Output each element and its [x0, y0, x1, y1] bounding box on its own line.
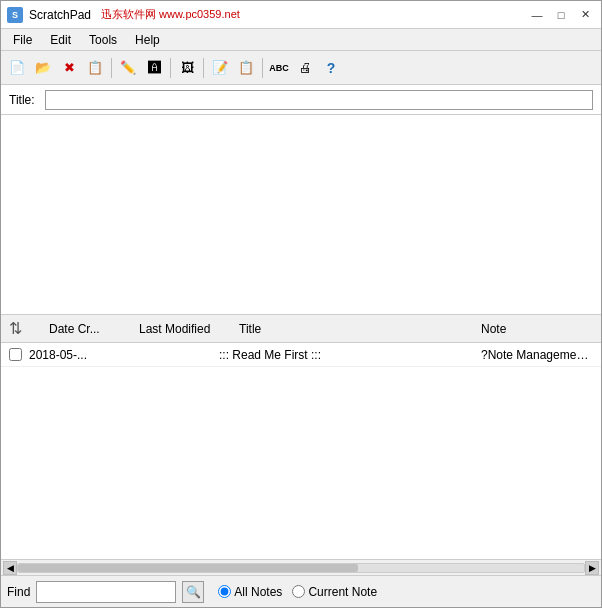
image-btn[interactable]: 🖼 [175, 56, 199, 80]
window-title: ScratchPad [29, 8, 91, 22]
horizontal-scrollbar[interactable] [17, 563, 585, 573]
find-label: Find [7, 585, 30, 599]
title-input[interactable] [45, 90, 593, 110]
menu-bar: File Edit Tools Help [1, 29, 601, 51]
toolbar-sep-3 [203, 58, 204, 78]
notes-list-section: ⇅ Date Cr... Last Modified Title Note 20… [1, 315, 601, 559]
scroll-left-arrow[interactable]: ◀ [3, 561, 17, 575]
title-bar-left: S ScratchPad 迅东软件网 www.pc0359.net [7, 7, 240, 23]
window-controls: — □ ✕ [527, 7, 595, 23]
col-header-date[interactable]: Date Cr... [45, 322, 135, 336]
note-text-area[interactable] [1, 115, 601, 315]
help-btn[interactable]: ? [319, 56, 343, 80]
find-radio-group: All Notes Current Note [218, 585, 377, 599]
row-title: ::: Read Me First ::: [215, 348, 477, 362]
radio-all-notes-label: All Notes [234, 585, 282, 599]
main-window: S ScratchPad 迅东软件网 www.pc0359.net — □ ✕ … [0, 0, 602, 608]
find-input[interactable] [36, 581, 176, 603]
radio-all-notes-input[interactable] [218, 585, 231, 598]
toolbar: 📄 📂 ✖ 📋 ✏️ 🅰 🖼 📝 📋 ABC 🖨 ? [1, 51, 601, 85]
radio-current-note-label: Current Note [308, 585, 377, 599]
delete-btn[interactable]: ✖ [57, 56, 81, 80]
row-checkbox-wrapper [5, 348, 25, 361]
title-field-row: Title: [1, 85, 601, 115]
horizontal-scrollbar-section: ◀ ▶ [1, 559, 601, 575]
format-btn[interactable]: 🅰 [142, 56, 166, 80]
toolbar-sep-1 [111, 58, 112, 78]
radio-current-note-input[interactable] [292, 585, 305, 598]
row-date: 2018-05-... [25, 348, 115, 362]
copy-btn[interactable]: 📝 [208, 56, 232, 80]
open-btn[interactable]: 📂 [31, 56, 55, 80]
toolbar-sep-2 [170, 58, 171, 78]
scrollbar-thumb [18, 564, 358, 572]
col-header-modified[interactable]: Last Modified [135, 322, 235, 336]
toolbar-sep-4 [262, 58, 263, 78]
find-search-button[interactable]: 🔍 [182, 581, 204, 603]
menu-file[interactable]: File [5, 31, 40, 49]
find-bar: Find 🔍 All Notes Current Note [1, 575, 601, 607]
minimize-button[interactable]: — [527, 7, 547, 23]
menu-tools[interactable]: Tools [81, 31, 125, 49]
sort-icon[interactable]: ⇅ [5, 319, 45, 338]
note-textarea[interactable] [1, 115, 601, 314]
list-header: ⇅ Date Cr... Last Modified Title Note [1, 315, 601, 343]
edit-btn[interactable]: ✏️ [116, 56, 140, 80]
print-btn[interactable]: 🖨 [293, 56, 317, 80]
paste2-btn[interactable]: 📋 [234, 56, 258, 80]
row-checkbox[interactable] [9, 348, 22, 361]
col-header-note[interactable]: Note [477, 322, 597, 336]
radio-current-note[interactable]: Current Note [292, 585, 377, 599]
close-button[interactable]: ✕ [575, 7, 595, 23]
title-bar: S ScratchPad 迅东软件网 www.pc0359.net — □ ✕ [1, 1, 601, 29]
paste-btn[interactable]: 📋 [83, 56, 107, 80]
new-note-btn[interactable]: 📄 [5, 56, 29, 80]
col-header-title[interactable]: Title [235, 322, 477, 336]
menu-edit[interactable]: Edit [42, 31, 79, 49]
scroll-right-arrow[interactable]: ▶ [585, 561, 599, 575]
spell-btn[interactable]: ABC [267, 56, 291, 80]
title-label: Title: [9, 93, 39, 107]
radio-all-notes[interactable]: All Notes [218, 585, 282, 599]
app-icon: S [7, 7, 23, 23]
maximize-button[interactable]: □ [551, 7, 571, 23]
list-body: 2018-05-... ::: Read Me First ::: ?Note … [1, 343, 601, 559]
row-note: ?Note Management.?F [477, 348, 597, 362]
watermark: 迅东软件网 www.pc0359.net [101, 7, 240, 22]
table-row[interactable]: 2018-05-... ::: Read Me First ::: ?Note … [1, 343, 601, 367]
menu-help[interactable]: Help [127, 31, 168, 49]
